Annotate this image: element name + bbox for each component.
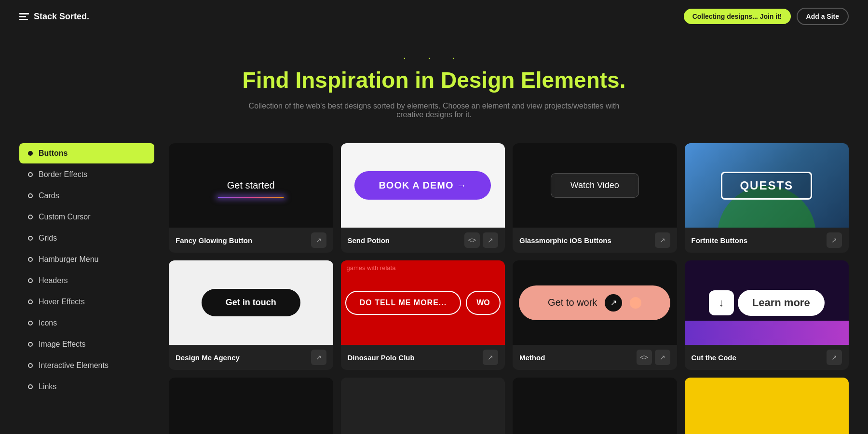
code-icon: <> [640,353,648,361]
method-arrow-icon: ↗ [605,294,622,312]
card-glass[interactable]: Watch Video Glassmorphic iOS Buttons ↗ [513,143,677,253]
arrow-up-right-icon: ↗ [831,236,837,244]
potion-button[interactable]: BOOK A DEMO → [354,171,491,200]
header-actions: Collecting designs... Join it! Add a Sit… [684,8,849,25]
card-preview: Get in touch [169,260,333,345]
card-bottom3[interactable]: ↗ [513,378,677,434]
fortnite-button[interactable]: QUESTS [721,172,812,200]
card-actions: ↗ [483,350,498,365]
card-preview: Get to work ↗ [513,260,677,345]
sidebar-dot [28,257,33,262]
sidebar-item-hamburger[interactable]: Hamburger Menu [19,249,154,270]
sidebar-item-custom-cursor[interactable]: Custom Cursor [19,207,154,227]
content-area: Get started Fancy Glowing Button ↗ BOOK … [169,143,849,434]
sidebar-dot [28,172,33,177]
sidebar-item-image-effects[interactable]: Image Effects [19,334,154,354]
card-footer: Send Potion <> ↗ [341,228,505,253]
card-send-potion[interactable]: BOOK A DEMO → Send Potion <> ↗ [341,143,505,253]
card-method[interactable]: Get to work ↗ Method <> ↗ [513,260,677,370]
card-link-button[interactable]: ↗ [655,350,670,365]
fancy-glow-button[interactable]: Get started [210,173,292,198]
card-title: Fortnite Buttons [692,236,748,244]
card-footer: Glassmorphic iOS Buttons ↗ [513,228,677,253]
glass-button[interactable]: Watch Video [551,173,639,198]
code-icon: <> [468,236,476,244]
sidebar-dot [28,342,33,347]
dino-main-button[interactable]: DO TELL ME MORE... [345,291,461,315]
collecting-button[interactable]: Collecting designs... Join it! [684,9,791,24]
card-actions: <> ↗ [637,350,670,365]
card-actions: ↗ [827,350,842,365]
sidebar-item-interactive[interactable]: Interactive Elements [19,355,154,376]
sidebar-item-border-effects[interactable]: Border Effects [19,164,154,185]
sidebar-item-buttons[interactable]: Buttons [19,143,154,163]
add-site-button[interactable]: Add a Site [797,8,849,25]
sidebar-dot [28,299,33,304]
sidebar-item-hover-effects[interactable]: Hover Effects [19,292,154,312]
arrow-up-right-icon: ↗ [316,236,322,244]
card-link-button[interactable]: ↗ [827,350,842,365]
card-bottom1[interactable]: PRESENTATION CASES CONTACTS ↗ [169,378,333,434]
card-code-button[interactable]: <> [464,232,480,248]
method-button[interactable]: Get to work ↗ [519,285,670,320]
sidebar-item-label: Interactive Elements [39,361,108,370]
hero-dots: · · · [10,52,858,63]
card-title: Send Potion [348,236,390,244]
sidebar: Buttons Border Effects Cards Custom Curs… [19,143,154,434]
card-preview: Get started [169,143,333,228]
card-actions: ↗ [827,232,842,248]
sidebar-dot [28,278,33,283]
card-footer: Fancy Glowing Button ↗ [169,228,333,253]
sidebar-item-grids[interactable]: Grids [19,228,154,248]
sidebar-dot [28,321,33,326]
logo-text: Stack Sorted. [34,12,89,22]
card-title: Method [519,353,545,362]
card-actions: ↗ [655,232,670,248]
card-code-button[interactable]: <> [637,350,652,365]
main-layout: Buttons Border Effects Cards Custom Curs… [0,134,868,434]
card-fortnite[interactable]: QUESTS Fortnite Buttons ↗ [685,143,849,253]
card-cut[interactable]: ↓ Learn more Cut the Code ↗ [685,260,849,370]
method-dot [630,297,641,309]
card-bottom4[interactable]: ↗ [685,378,849,434]
card-link-button[interactable]: ↗ [311,350,326,365]
arrow-up-right-icon: ↗ [488,353,493,361]
card-actions: ↗ [311,232,326,248]
card-link-button[interactable]: ↗ [483,350,498,365]
sidebar-item-label: Buttons [39,149,68,158]
cards-grid: Get started Fancy Glowing Button ↗ BOOK … [169,143,849,434]
card-actions: <> ↗ [464,232,498,248]
card-design-me[interactable]: Get in touch Design Me Agency ↗ [169,260,333,370]
logo[interactable]: Stack Sorted. [19,12,89,22]
card-fancy-glow[interactable]: Get started Fancy Glowing Button ↗ [169,143,333,253]
card-link-button[interactable]: ↗ [827,232,842,248]
card-preview [685,378,849,434]
card-preview: PRESENTATION CASES CONTACTS [169,378,333,434]
card-link-button[interactable]: ↗ [483,232,498,248]
sidebar-item-links[interactable]: Links [19,377,154,397]
method-button-text: Get to work [548,297,597,308]
cut-arrow-button[interactable]: ↓ [709,290,734,315]
arrow-down-icon: ↓ [719,297,724,309]
header: Stack Sorted. Collecting designs... Join… [0,0,868,33]
sidebar-item-label: Cards [39,191,59,200]
sidebar-item-headers[interactable]: Headers [19,271,154,291]
sidebar-item-label: Links [39,382,56,391]
sidebar-item-label: Custom Cursor [39,213,91,221]
sidebar-item-icons[interactable]: Icons [19,313,154,333]
cut-learn-button[interactable]: Learn more [738,290,825,316]
dino-secondary-button[interactable]: WO [466,291,501,315]
dino-buttons: DO TELL ME MORE... WO [345,291,501,315]
card-bottom2[interactable]: ↗ [341,378,505,434]
arrow-up-right-icon: ↗ [831,353,837,361]
card-dino[interactable]: games with relata DO TELL ME MORE... WO … [341,260,505,370]
card-footer: Fortnite Buttons ↗ [685,228,849,253]
card-link-button[interactable]: ↗ [311,232,326,248]
card-title: Design Me Agency [176,353,240,362]
sidebar-dot [28,151,33,156]
card-preview: QUESTS [685,143,849,228]
arrow-up-right-icon: ↗ [488,236,493,244]
design-me-button[interactable]: Get in touch [202,289,300,316]
card-link-button[interactable]: ↗ [655,232,670,248]
sidebar-item-cards[interactable]: Cards [19,186,154,206]
